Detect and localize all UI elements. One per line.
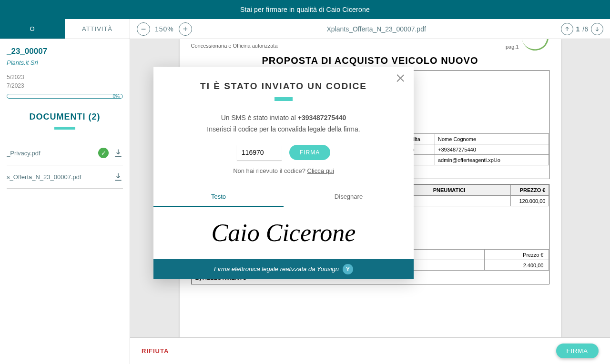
page-total: /6 [582, 25, 588, 33]
logo-swoosh-icon [522, 39, 550, 52]
document-row[interactable]: _Privacy.pdf ✓ [7, 141, 123, 165]
company-name: Plants.it Srl [7, 59, 123, 66]
doc-reference: _23_00007 [7, 47, 123, 56]
document-name: _Privacy.pdf [7, 150, 41, 157]
modal-footer: Firma elettronica legale realizzata da Y… [153, 259, 414, 279]
zoom-value: 150% [155, 25, 174, 33]
sidebar-tabs: O ATTIVITÀ [0, 19, 130, 39]
sign-button[interactable]: FIRMA [556, 344, 599, 358]
modal-sms-text: Un SMS è stato inviato al +393487275440 [171, 112, 396, 124]
check-icon: ✓ [98, 148, 109, 158]
page-current: 1 [576, 25, 580, 33]
tab-info[interactable]: O [0, 19, 65, 39]
modal-sign-button[interactable]: FIRMA [289, 145, 330, 160]
signature-tab-text[interactable]: Testo [153, 187, 284, 207]
modal-phone-number: +393487275440 [298, 114, 346, 121]
banner-text: Stai per firmare in qualità di Caio Cice… [240, 6, 370, 13]
zoom-in-button[interactable]: + [179, 22, 192, 36]
page-down-button[interactable] [591, 23, 603, 35]
date-expire: 7/2023 [7, 81, 123, 90]
signature-tabs: Testo Disegnare [153, 187, 414, 207]
signing-banner: Stai per firmare in qualità di Caio Cice… [0, 0, 610, 19]
reject-button[interactable]: RIFIUTA [142, 347, 169, 354]
dates: 5/2023 7/2023 [7, 73, 123, 90]
modal-instruction: Inserisci il codice per la convalida leg… [171, 124, 396, 135]
resend-line: Non hai ricevuto il codice? Clicca qui [171, 167, 396, 174]
tab-activity[interactable]: ATTIVITÀ [65, 19, 130, 39]
page-up-button[interactable] [561, 23, 573, 35]
download-icon[interactable] [113, 148, 123, 158]
close-icon[interactable] [396, 73, 405, 83]
document-title: Xplants_Offerta_N_23_00007.pdf [326, 25, 426, 33]
viewer-toolbar: − 150% + Xplants_Offerta_N_23_00007.pdf … [130, 19, 610, 39]
signature-preview: Caio Cicerone [153, 207, 414, 259]
modal-title: TI È STATO INVIATO UN CODICE [171, 81, 396, 91]
zoom-out-button[interactable]: − [137, 22, 150, 36]
date-created: 5/2023 [7, 73, 123, 81]
sidebar: O ATTIVITÀ _23_00007 Plants.it Srl 5/202… [0, 19, 130, 364]
documents-header: DOCUMENTI (2) [7, 112, 123, 122]
pdf-subheader: Concessionaria e Officina autorizzata [191, 43, 278, 49]
yousign-badge-icon: Y [343, 264, 353, 274]
pdf-title: PROPOSTA DI ACQUISTO VEICOLO NUOVO [191, 55, 549, 66]
resend-link[interactable]: Clicca qui [307, 167, 334, 174]
modal-title-underline [274, 97, 293, 101]
signature-tab-draw[interactable]: Disegnare [284, 187, 414, 207]
pager: 1 /6 [561, 23, 603, 35]
document-name: s_Offerta_N_23_00007.pdf [7, 173, 81, 181]
progress-pct: 0% [113, 94, 120, 99]
otp-code-input[interactable] [237, 145, 282, 161]
download-icon[interactable] [113, 172, 123, 182]
documents-header-underline [54, 127, 75, 130]
progress-bar: 0% [7, 94, 123, 99]
pdf-pagination-label: pag.1 [506, 44, 519, 50]
action-bar: RIFIUTA FIRMA [130, 337, 610, 364]
otp-modal: TI È STATO INVIATO UN CODICE Un SMS è st… [153, 67, 414, 279]
document-row[interactable]: s_Offerta_N_23_00007.pdf [7, 165, 123, 189]
